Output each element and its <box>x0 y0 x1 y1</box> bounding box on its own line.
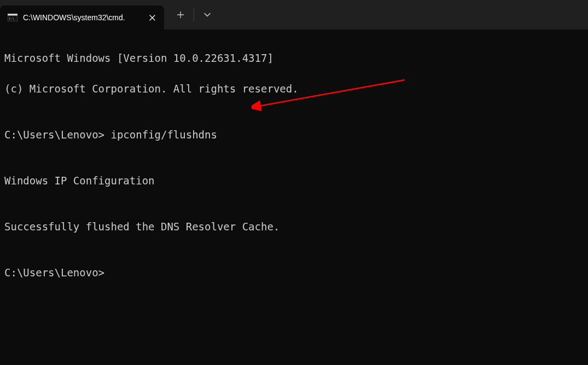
tab-title: C:\WINDOWS\system32\cmd. <box>23 13 141 22</box>
output-line: (c) Microsoft Corporation. All rights re… <box>4 81 584 96</box>
active-tab[interactable]: C:\ C:\WINDOWS\system32\cmd. <box>0 5 164 30</box>
titlebar-actions <box>164 0 219 30</box>
terminal-output[interactable]: Microsoft Windows [Version 10.0.22631.43… <box>0 30 588 316</box>
close-tab-button[interactable] <box>147 12 158 23</box>
new-tab-button[interactable] <box>168 3 193 27</box>
output-line: Successfully flushed the DNS Resolver Ca… <box>4 219 584 234</box>
output-line: Windows IP Configuration <box>4 173 584 188</box>
tab-dropdown-button[interactable] <box>195 3 219 27</box>
svg-rect-1 <box>8 14 18 16</box>
titlebar: C:\ C:\WINDOWS\system32\cmd. <box>0 0 588 30</box>
svg-text:C:\: C:\ <box>9 17 15 20</box>
prompt-line: C:\Users\Lenovo> ipconfig/flushdns <box>4 127 584 142</box>
divider <box>194 8 194 21</box>
output-line: Microsoft Windows [Version 10.0.22631.43… <box>4 50 584 66</box>
cmd-icon: C:\ <box>8 14 18 21</box>
prompt-line: C:\Users\Lenovo> <box>4 265 584 280</box>
